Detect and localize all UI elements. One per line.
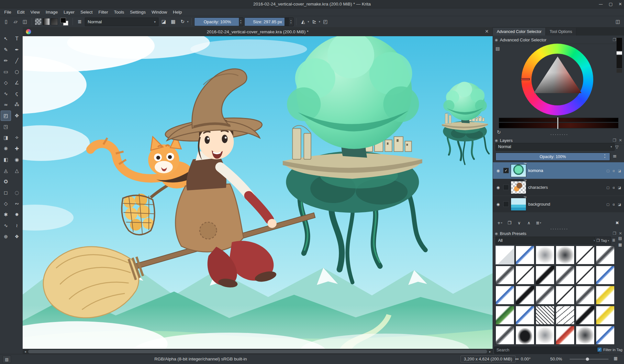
layers-menu-icon[interactable]: ≡	[613, 153, 617, 159]
brush-preset[interactable]	[496, 306, 514, 325]
zoom-slider[interactable]	[570, 359, 608, 359]
close-button[interactable]: ✕	[618, 2, 622, 6]
color-history-strip[interactable]	[617, 38, 622, 73]
tool-contiguous-select[interactable]: ✸	[12, 209, 22, 220]
acs-settings-icon[interactable]: ▤	[496, 46, 500, 51]
opacity-spin-arrows[interactable]: ▴▾	[239, 18, 243, 26]
menu-help[interactable]: Help	[170, 9, 185, 15]
foreground-background-colors[interactable]	[60, 17, 69, 26]
layer-visibility-icon[interactable]: ◉	[495, 185, 501, 190]
tool-polygon-select[interactable]: ◇	[1, 198, 11, 209]
layer-opacity-slider[interactable]: Opacity: 100%	[496, 153, 610, 161]
checkbox-check-icon[interactable]: ✓	[597, 347, 602, 352]
brush-preset[interactable]	[556, 306, 574, 325]
tool-enclose-fill[interactable]: ◉	[12, 155, 22, 165]
close-docker-icon[interactable]: ✕	[619, 231, 622, 236]
tool-bezier-curve[interactable]: ∿	[1, 89, 11, 99]
canvas[interactable]	[23, 36, 493, 349]
layer-active-checkbox[interactable]: ✓	[503, 168, 509, 173]
brush-preset[interactable]	[556, 326, 574, 345]
tool-select-shapes[interactable]: ↖	[1, 34, 11, 44]
layer-thumbnail[interactable]: ↪	[511, 164, 526, 177]
opacity-spinbox[interactable]: Opacity: 100% ▴▾	[194, 17, 243, 26]
brush-preset[interactable]	[576, 266, 595, 284]
wrap-around-button[interactable]: ◰	[321, 17, 330, 26]
edit-brush-settings-button[interactable]: ≣	[75, 17, 84, 26]
brush-preset[interactable]	[556, 246, 574, 264]
tool-color-sampler[interactable]: ✧	[12, 133, 22, 143]
layer-properties-button[interactable]: ≣ ▾	[534, 219, 543, 227]
horizontal-mirror-button[interactable]: ◭	[299, 17, 307, 26]
brush-preset[interactable]	[596, 326, 615, 345]
brush-preset[interactable]	[516, 326, 534, 345]
tool-smart-patch[interactable]: ✚	[12, 144, 22, 154]
brush-preset[interactable]	[576, 246, 595, 264]
save-button[interactable]: ◫	[21, 17, 29, 26]
brush-size-spin-arrows[interactable]: ▴▾	[289, 18, 293, 26]
tool-text[interactable]: T	[12, 34, 22, 44]
brush-preset[interactable]	[596, 266, 615, 284]
chevron-down-icon[interactable]: ▾	[187, 20, 189, 23]
brush-preset[interactable]	[596, 246, 615, 264]
brush-preset[interactable]	[516, 266, 534, 284]
tool-move[interactable]: ✥	[12, 111, 22, 121]
brush-preset[interactable]	[556, 286, 574, 305]
brush-search-input[interactable]	[494, 347, 599, 354]
grid-view-icon[interactable]: ▤	[617, 235, 623, 241]
float-docker-icon[interactable]: ❐	[613, 37, 616, 42]
tool-polyline[interactable]: ∠	[12, 78, 22, 88]
pixel-grid-icon[interactable]: ▦	[614, 356, 618, 361]
selection-mode-icon[interactable]: ▧	[3, 356, 11, 363]
brush-preset[interactable]	[556, 266, 574, 284]
tool-crop[interactable]: ◳	[1, 122, 11, 132]
layer-active-checkbox[interactable]	[503, 201, 509, 207]
add-layer-button[interactable]: + ▾	[496, 219, 504, 227]
tool-pattern-edit[interactable]: ❋	[1, 144, 11, 154]
tool-edit-shapes[interactable]: ✎	[1, 45, 11, 55]
menu-window[interactable]: Window	[149, 9, 170, 15]
brush-preset[interactable]	[536, 266, 554, 284]
docker-lock-icon[interactable]: ◉	[495, 138, 498, 143]
blending-mode-combobox[interactable]: Normal ▾	[85, 17, 159, 26]
delete-layer-button[interactable]: ✖	[613, 219, 621, 227]
tool-transform[interactable]: ◰	[1, 111, 11, 121]
history-swatch[interactable]	[617, 51, 622, 55]
brush-preset[interactable]	[516, 286, 534, 305]
history-swatch[interactable]	[617, 69, 622, 73]
brush-preset[interactable]	[576, 306, 595, 325]
tool-rectangle[interactable]: ▭	[1, 67, 11, 77]
zoom-percentage[interactable]: 50.0%	[550, 357, 562, 361]
tool-gradient[interactable]: ◨	[1, 133, 11, 143]
docker-lock-icon[interactable]: ◉	[495, 38, 498, 42]
chevron-down-icon[interactable]: ▾	[308, 20, 309, 23]
move-layer-up-button[interactable]: ∧	[525, 219, 533, 227]
maximize-button[interactable]: ▢	[609, 2, 613, 6]
scroll-left-arrow[interactable]: ◂	[23, 349, 28, 354]
brush-preset[interactable]	[516, 246, 534, 264]
tool-freehand-select[interactable]: ∾	[12, 198, 22, 209]
tool-multibrush[interactable]: ⁂	[12, 100, 22, 110]
tool-similar-select[interactable]: ✱	[1, 209, 11, 220]
layer-row-background[interactable]: ◉ ↪ background ▢ α ◪	[493, 196, 624, 213]
tool-fill[interactable]: ◧	[1, 155, 11, 165]
brush-preset[interactable]	[596, 306, 615, 325]
tool-assistants[interactable]: ◬	[1, 166, 11, 176]
layer-active-checkbox[interactable]	[503, 185, 509, 190]
tool-calligraphy[interactable]: ✒	[12, 45, 22, 55]
scrollbar-thumb[interactable]	[28, 350, 487, 353]
history-swatch[interactable]	[617, 55, 622, 68]
brush-preset[interactable]	[596, 286, 615, 305]
image-dimensions-label[interactable]: 3,200 x 4,624 (200.0 MiB)	[461, 356, 516, 362]
detail-view-icon[interactable]: ▦	[617, 242, 623, 248]
tool-reference-images[interactable]: ✪	[1, 177, 11, 187]
brush-preset[interactable]	[576, 326, 595, 345]
tool-magnetic-select[interactable]: ≀	[12, 220, 22, 231]
float-docker-icon[interactable]: ❐	[613, 138, 616, 143]
brush-preset[interactable]	[576, 286, 595, 305]
tool-rect-select[interactable]: ◻	[1, 187, 11, 198]
docker-lock-icon[interactable]: ◉	[495, 231, 498, 236]
menu-select[interactable]: Select	[77, 9, 95, 15]
horizontal-scrollbar[interactable]: ◂ ▸	[23, 349, 493, 354]
docker-resize-grip[interactable]	[550, 134, 568, 135]
layer-thumbnail[interactable]: ↪	[511, 181, 526, 194]
